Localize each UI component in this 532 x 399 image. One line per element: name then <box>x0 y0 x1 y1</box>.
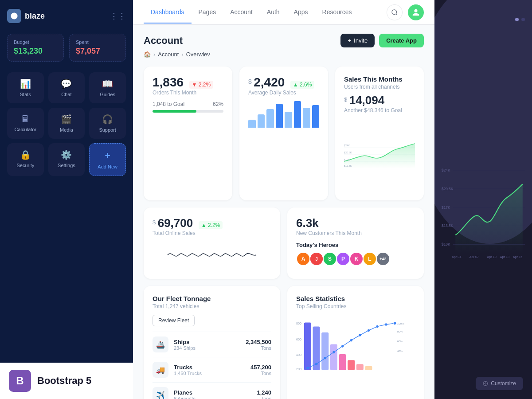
sales-goal: Another $48,346 to Goal <box>344 107 415 113</box>
tab-resources[interactable]: Resources <box>315 1 359 23</box>
right-panel-content: $24K $20.5K $17K $13.5K $10K Apr 04 Apr … <box>434 0 532 399</box>
svg-text:$20.5K: $20.5K <box>442 187 454 191</box>
sidebar: blaze ⋮⋮ Budget $13,230 Spent $7,057 📊 S… <box>0 0 133 399</box>
svg-point-0 <box>392 10 397 15</box>
customers-card: 6.3k New Customers This Month Today's He… <box>287 207 424 279</box>
tab-auth[interactable]: Auth <box>260 1 287 23</box>
customers-label: New Customers This Month <box>296 230 415 236</box>
daily-sales-change: ▲ 2.6% <box>290 81 315 89</box>
sales-big-number: 14,094 <box>349 94 385 107</box>
right-panel: $24K $20.5K $17K $13.5K $10K Apr 04 Apr … <box>434 0 532 399</box>
svg-point-29 <box>368 329 370 332</box>
sidebar-item-add-new[interactable]: + Add New <box>89 143 126 176</box>
top-nav-right <box>387 4 424 20</box>
sidebar-item-chat[interactable]: 💬 Chat <box>48 72 85 103</box>
main-content: Dashboards Pages Account Auth Apps Resou… <box>133 0 434 399</box>
prefix: $ <box>248 78 252 85</box>
plus-icon: + <box>348 37 351 44</box>
create-app-button[interactable]: Create App <box>379 34 424 47</box>
fleet-item-ships: 🚢 Ships 234 Ships 2,345,500 Tons <box>153 332 271 357</box>
svg-text:80%: 80% <box>397 330 403 333</box>
fleet-count: 234 Ships <box>174 345 196 351</box>
sidebar-item-label: Add New <box>98 164 117 169</box>
invite-button[interactable]: + Invite <box>340 34 375 47</box>
svg-rect-17 <box>330 344 337 370</box>
bar <box>285 112 292 128</box>
add-icon: + <box>105 150 110 161</box>
daily-sales-number: 2,420 <box>254 75 285 89</box>
svg-text:$17K: $17K <box>344 158 350 161</box>
second-row: $ 69,700 ▲ 2.2% Total Online Sales 6.3k … <box>144 207 424 279</box>
sidebar-item-stats[interactable]: 📊 Stats <box>7 72 44 103</box>
spent-label: Spent <box>76 39 119 45</box>
panel-dot[interactable] <box>521 18 525 21</box>
tab-apps[interactable]: Apps <box>287 1 315 23</box>
svg-text:$24K: $24K <box>344 144 350 147</box>
sidebar-item-label: Guides <box>100 92 115 97</box>
hero-avatar: K <box>349 252 364 266</box>
planes-icon: ✈️ <box>153 387 168 399</box>
svg-text:$10K: $10K <box>442 242 450 246</box>
tab-pages[interactable]: Pages <box>192 1 223 23</box>
online-sales-label: Total Online Sales <box>153 230 271 236</box>
svg-text:800: 800 <box>296 322 301 325</box>
svg-text:$20.5K: $20.5K <box>344 151 352 154</box>
sales-month-card: Sales This Months Users from all channel… <box>335 66 424 200</box>
logo: blaze <box>7 9 45 23</box>
stats-grid: 1,836 ▼ 2.2% Orders This Month 1,048 to … <box>144 66 424 200</box>
tab-account[interactable]: Account <box>223 1 260 23</box>
user-avatar-button[interactable] <box>408 4 424 20</box>
hero-avatar: L <box>363 252 377 266</box>
spent-value: $7,057 <box>76 47 119 56</box>
svg-point-28 <box>359 334 361 336</box>
fleet-item-planes: ✈️ Planes 8 Aircrafts 1,240 Tons <box>153 382 271 399</box>
online-sales-card: $ 69,700 ▲ 2.2% Total Online Sales <box>144 207 280 279</box>
sidebar-header: blaze ⋮⋮ <box>7 9 126 23</box>
fleet-name: Trucks <box>174 364 202 371</box>
panel-dot[interactable] <box>515 18 519 21</box>
hero-avatar-more: +42 <box>376 252 390 266</box>
page-actions: + Invite Create App <box>340 34 424 47</box>
fleet-unit: Tons <box>246 345 271 351</box>
progress-bar <box>153 110 223 113</box>
bar <box>303 108 310 128</box>
content-area: Account + Invite Create App 🏠 › Account … <box>133 25 434 399</box>
page-header: Account + Invite Create App <box>144 34 424 47</box>
bar <box>312 105 320 128</box>
svg-text:Apr 07: Apr 07 <box>469 255 479 259</box>
sidebar-item-guides[interactable]: 📖 Guides <box>89 72 126 103</box>
bar <box>276 104 283 128</box>
customers-value: 6.3k <box>296 216 319 230</box>
breadcrumb-account[interactable]: Account <box>158 51 179 58</box>
sidebar-item-media[interactable]: 🎬 Media <box>48 108 85 139</box>
customize-button[interactable]: Customize <box>476 377 523 390</box>
sidebar-item-calculator[interactable]: 🖩 Calculator <box>7 108 44 139</box>
budget-value: $13,230 <box>14 47 57 56</box>
bar <box>266 109 274 128</box>
fleet-count: 8 Aircrafts <box>174 396 196 399</box>
bootstrap-badge: B Bootstrap 5 <box>0 363 133 399</box>
svg-text:600: 600 <box>296 338 301 341</box>
sidebar-item-label: Media <box>60 127 73 133</box>
logo-text: blaze <box>25 12 45 21</box>
search-button[interactable] <box>387 4 403 20</box>
svg-point-31 <box>385 323 387 325</box>
progress-pct: 62% <box>213 101 223 107</box>
sidebar-item-security[interactable]: 🔒 Security <box>7 143 44 176</box>
sidebar-item-settings[interactable]: ⚙️ Settings <box>48 143 85 176</box>
sales-subtitle: Users from all channels <box>344 84 415 90</box>
svg-text:60%: 60% <box>397 340 403 343</box>
svg-text:Apr 10: Apr 10 <box>487 255 497 259</box>
svg-point-24 <box>324 357 326 359</box>
top-nav: Dashboards Pages Account Auth Apps Resou… <box>133 0 434 25</box>
tab-dashboards[interactable]: Dashboards <box>144 1 192 23</box>
sales-stats-chart: 800 600 400 200 <box>296 315 415 386</box>
menu-icon[interactable]: ⋮⋮ <box>110 11 126 21</box>
svg-point-27 <box>350 339 352 341</box>
review-fleet-button[interactable]: Review Fleet <box>153 315 195 326</box>
progress-text: 1,048 to Goal <box>153 101 184 107</box>
breadcrumb-home[interactable]: 🏠 <box>144 51 151 58</box>
budget-card: Budget $13,230 <box>7 34 64 62</box>
sidebar-item-support[interactable]: 🎧 Support <box>89 108 126 139</box>
svg-point-30 <box>376 325 378 328</box>
